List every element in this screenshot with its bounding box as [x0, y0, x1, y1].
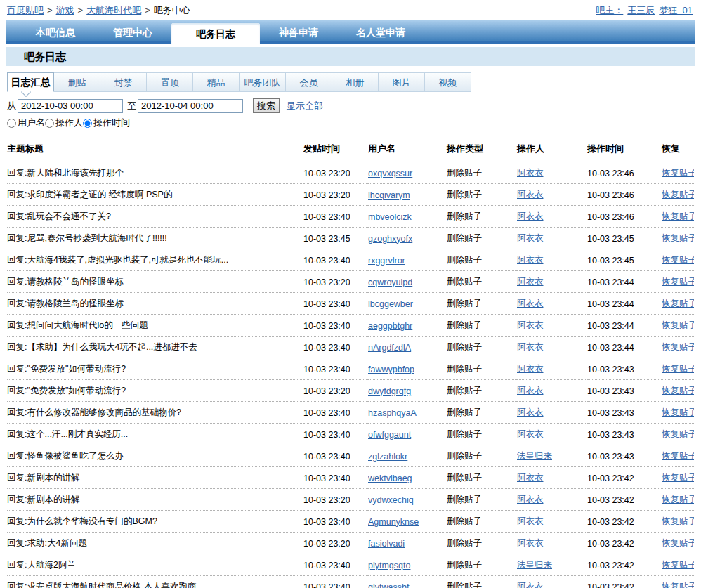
breadcrumb-link[interactable]: 百度贴吧	[7, 5, 44, 15]
table-row: 回复:为什么就李华梅没有专门的BGM?10-03 23:40Agmunyknse…	[7, 511, 694, 533]
breadcrumb-current: 吧务中心	[154, 5, 190, 15]
operator-link[interactable]: 阿衣衣	[517, 211, 544, 221]
nav-tab-管理中心[interactable]: 管理中心	[94, 20, 171, 44]
restore-post-link[interactable]: 恢复贴子	[662, 386, 694, 396]
username-link[interactable]: ofwfggaunt	[368, 430, 411, 440]
restore-post-link[interactable]: 恢复贴子	[662, 168, 694, 178]
username-link[interactable]: hzasphqyaA	[368, 408, 417, 418]
operator-link[interactable]: 阿衣衣	[517, 538, 544, 548]
operator-link[interactable]: 阿衣衣	[517, 582, 544, 588]
username-link[interactable]: zglzahlokr	[368, 452, 407, 462]
restore-post-link[interactable]: 恢复贴子	[662, 211, 694, 221]
restore-post-link[interactable]: 恢复贴子	[662, 277, 694, 287]
operator-link[interactable]: 阿衣衣	[517, 495, 544, 504]
operator-link[interactable]: 阿衣衣	[517, 233, 544, 243]
search-button[interactable]: 搜索	[253, 98, 280, 113]
subtab-封禁[interactable]: 封禁	[100, 72, 147, 92]
username-link[interactable]: wektvibaeg	[368, 473, 412, 483]
operator-link[interactable]: 阿衣衣	[517, 364, 544, 374]
operator-link[interactable]: 阿衣衣	[517, 277, 544, 287]
restore-post-link[interactable]: 恢复贴子	[662, 233, 694, 243]
operator-link[interactable]: 阿衣衣	[517, 407, 544, 417]
username-link[interactable]: gzoghxyofx	[368, 234, 412, 244]
operator-link[interactable]: 阿衣衣	[517, 429, 544, 439]
breadcrumb-separator: >	[145, 5, 150, 15]
operator-link[interactable]: 阿衣衣	[517, 516, 544, 526]
restore-post-link[interactable]: 恢复贴子	[662, 299, 694, 308]
show-all-link[interactable]: 显示全部	[287, 100, 323, 112]
restore-post-link[interactable]: 恢复贴子	[662, 473, 694, 483]
subtab-精品[interactable]: 精品	[192, 72, 240, 92]
username-link[interactable]: fasiolvadi	[368, 539, 405, 549]
restore-post-link[interactable]: 恢复贴子	[662, 342, 694, 352]
subtab-删贴[interactable]: 删贴	[53, 72, 100, 92]
operator-link[interactable]: 阿衣衣	[517, 320, 544, 330]
radio-label: 操作人	[55, 117, 83, 129]
username-link[interactable]: mbveolcizk	[368, 212, 412, 222]
restore-post-link[interactable]: 恢复贴子	[662, 407, 694, 417]
restore-post-link[interactable]: 恢复贴子	[662, 190, 694, 200]
nav-tab-吧务日志[interactable]: 吧务日志	[171, 23, 260, 44]
operator-link[interactable]: 阿衣衣	[517, 255, 544, 265]
subtab-会员[interactable]: 会员	[285, 72, 332, 92]
radio-用户名[interactable]	[7, 119, 16, 128]
restore-post-link[interactable]: 恢复贴子	[662, 495, 694, 504]
restore-post-link[interactable]: 恢复贴子	[662, 538, 694, 548]
restore-post-link[interactable]: 恢复贴子	[662, 451, 694, 461]
username-link[interactable]: oxqvxqssur	[368, 169, 412, 178]
from-date-input[interactable]	[18, 99, 123, 113]
subtab-置顶[interactable]: 置顶	[146, 72, 193, 92]
restore-post-link[interactable]: 恢复贴子	[662, 320, 694, 330]
bar-owner-link[interactable]: 王三辰	[627, 5, 655, 15]
nav-tab-本吧信息[interactable]: 本吧信息	[17, 20, 94, 44]
username-link[interactable]: vydwxechiq	[368, 495, 414, 505]
to-date-input[interactable]	[138, 99, 243, 113]
username-link[interactable]: fawwypbfop	[368, 365, 414, 374]
restore-post-link[interactable]: 恢复贴子	[662, 364, 694, 374]
subtab-视频[interactable]: 视频	[424, 72, 471, 92]
operator-link[interactable]: 阿衣衣	[517, 299, 544, 308]
action-time: 10-03 23:42	[587, 489, 662, 511]
subtab-日志汇总[interactable]: 日志汇总	[7, 72, 54, 92]
radio-操作时间[interactable]	[83, 119, 92, 128]
radio-option-用户名[interactable]: 用户名	[7, 117, 45, 129]
post-time: 10-03 23:40	[303, 424, 368, 445]
operator-link[interactable]: 阿衣衣	[517, 190, 544, 200]
restore-post-link[interactable]: 恢复贴子	[662, 560, 694, 570]
radio-option-操作时间[interactable]: 操作时间	[83, 117, 130, 129]
action-type: 删除贴子	[447, 293, 517, 315]
operator-link[interactable]: 阿衣衣	[517, 386, 544, 396]
username-link[interactable]: dwyfdgrqfg	[368, 386, 411, 396]
operator-link[interactable]: 法皇归来	[517, 451, 552, 461]
restore-post-link[interactable]: 恢复贴子	[662, 516, 694, 526]
restore-post-link[interactable]: 恢复贴子	[662, 429, 694, 439]
username-link[interactable]: nArgdfzdlA	[368, 343, 411, 353]
user-cell: hzasphqyaA	[368, 402, 447, 424]
username-link[interactable]: lbcggewber	[368, 299, 413, 309]
radio-操作人[interactable]	[45, 119, 54, 128]
username-link[interactable]: rxggrvlror	[368, 256, 405, 266]
username-link[interactable]: aeggpbtghr	[368, 321, 412, 331]
nav-tab-神兽申请[interactable]: 神兽申请	[260, 20, 337, 44]
nav-tab-名人堂申请[interactable]: 名人堂申请	[337, 20, 424, 44]
operator-link[interactable]: 阿衣衣	[517, 473, 544, 483]
username-link[interactable]: cqwroyuipd	[368, 277, 412, 287]
breadcrumb-link[interactable]: 大航海时代吧	[86, 5, 141, 15]
operator-cell: 阿衣衣	[517, 576, 587, 588]
subtab-吧务团队[interactable]: 吧务团队	[239, 72, 286, 92]
username-link[interactable]: glvtwassbf	[368, 582, 409, 588]
bar-owner-link[interactable]: 梦狂_01	[659, 5, 693, 15]
operator-link[interactable]: 阿衣衣	[517, 342, 544, 352]
restore-post-link[interactable]: 恢复贴子	[662, 582, 694, 588]
operator-link[interactable]: 法皇归来	[517, 560, 552, 570]
radio-option-操作人[interactable]: 操作人	[45, 117, 83, 129]
restore-cell: 恢复贴子	[662, 358, 694, 380]
username-link[interactable]: Agmunyknse	[368, 517, 419, 527]
subtab-图片[interactable]: 图片	[378, 72, 425, 92]
username-link[interactable]: plytmgsqto	[368, 561, 410, 570]
username-link[interactable]: lhcqivarym	[368, 190, 410, 200]
operator-link[interactable]: 阿衣衣	[517, 168, 544, 178]
restore-post-link[interactable]: 恢复贴子	[662, 255, 694, 265]
breadcrumb-link[interactable]: 游戏	[56, 5, 74, 15]
subtab-相册[interactable]: 相册	[332, 72, 379, 92]
